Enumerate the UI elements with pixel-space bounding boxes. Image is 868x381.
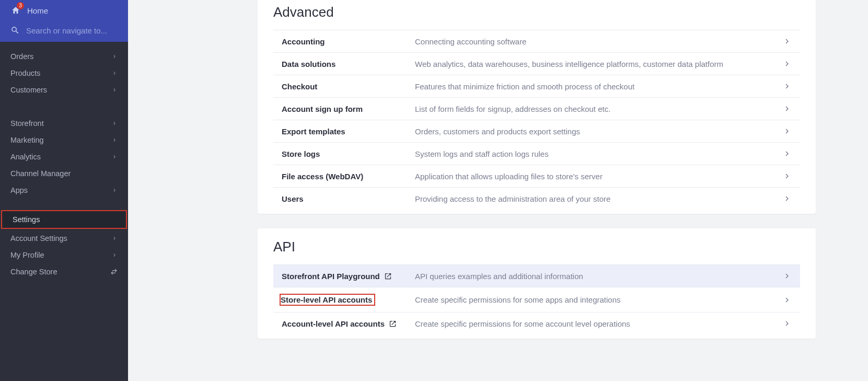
nav-home[interactable]: 3 Home [0,1,128,20]
settings-row-desc: Create specific permissions for some acc… [415,319,782,328]
home-icon: 3 [10,5,21,16]
settings-row-desc: Create specific permissions for some app… [415,295,782,304]
external-link-icon [389,320,397,328]
nav-item-marketing[interactable]: Marketing [0,132,128,148]
settings-row-label: Checkout [282,82,415,91]
nav-item-label: My Profile [10,251,44,259]
chevron-right-icon [111,137,118,143]
settings-row-desc: List of form fields for signup, addresse… [415,105,782,113]
nav-item-label: Customers [10,86,47,94]
chevron-right-icon [111,235,118,241]
nav-item-label: Channel Manager [10,169,71,178]
nav-item-label: Storefront [10,119,44,128]
nav-item-change-store[interactable]: Change Store [0,263,128,280]
nav-item-label: Account Settings [10,234,67,243]
nav-settings-label: Settings [13,215,40,224]
nav-item-orders[interactable]: Orders [0,48,128,65]
settings-row-label: Account-level API accounts [282,319,415,328]
external-link-icon [384,272,392,280]
nav-home-label: Home [27,6,48,15]
chevron-right-icon [782,82,792,91]
settings-row-label: Storefront API Playground [282,272,415,281]
settings-row-desc: Orders, customers and products export se… [415,127,782,136]
chevron-right-icon [782,149,792,158]
settings-row-label: Data solutions [282,60,415,68]
chevron-right-icon [111,154,118,160]
main-content: AdvancedAccountingConnecting accounting … [128,0,868,381]
settings-row-label: Users [282,194,415,203]
nav-item-analytics[interactable]: Analytics [0,148,128,165]
settings-section-advanced: AdvancedAccountingConnecting accounting … [258,0,816,214]
settings-row-data-solutions[interactable]: Data solutionsWeb analytics, data wareho… [273,52,800,75]
chevron-right-icon [782,126,792,136]
settings-row-desc: Application that allows uploading files … [415,172,782,181]
nav-item-account-settings[interactable]: Account Settings [0,230,128,247]
chevron-right-icon [111,187,118,193]
settings-section-api: APIStorefront API PlaygroundAPI queries … [258,228,816,339]
search-icon [10,25,20,36]
sidebar-header: 3 Home [0,0,128,42]
settings-row-label: Store-level API accounts [282,294,415,306]
chevron-right-icon [111,87,118,93]
settings-row-desc: Connecting accounting software [415,37,782,46]
settings-row-checkout[interactable]: CheckoutFeatures that minimize friction … [273,75,800,97]
settings-row-accounting[interactable]: AccountingConnecting accounting software [273,30,800,52]
chevron-right-icon [111,252,118,258]
nav-group-channels: StorefrontMarketingAnalyticsChannel Mana… [0,109,128,199]
settings-row-account-level-api-accounts[interactable]: Account-level API accountsCreate specifi… [273,312,800,334]
nav-item-apps[interactable]: Apps [0,182,128,199]
settings-row-storefront-api-playground[interactable]: Storefront API PlaygroundAPI queries exa… [273,264,800,287]
chevron-right-icon [782,59,792,68]
settings-row-desc: Features that minimize friction and smoo… [415,82,782,91]
notification-badge: 3 [17,2,24,9]
section-heading: API [273,239,800,255]
chevron-right-icon [782,319,792,328]
nav-group-commerce: OrdersProductsCustomers [0,42,128,98]
chevron-right-icon [111,70,118,76]
nav-item-customers[interactable]: Customers [0,82,128,98]
nav-item-storefront[interactable]: Storefront [0,115,128,132]
settings-row-label: File access (WebDAV) [282,172,415,181]
chevron-right-icon [782,295,792,305]
settings-row-desc: Web analytics, data warehouses, business… [415,60,782,68]
nav-item-label: Products [10,69,40,77]
section-heading: Advanced [273,4,800,20]
nav-item-label: Marketing [10,136,44,144]
sidebar: 3 Home OrdersProductsCustomers Storefron… [0,0,128,381]
chevron-right-icon [111,120,118,126]
chevron-right-icon [782,171,792,181]
nav-settings[interactable]: Settings [1,210,127,229]
settings-row-label: Export templates [282,127,415,136]
settings-row-store-level-api-accounts[interactable]: Store-level API accountsCreate specific … [273,287,800,312]
search-input[interactable] [26,26,125,35]
nav-item-label: Change Store [10,268,57,276]
settings-row-label: Accounting [282,37,415,46]
swap-icon [110,268,118,275]
chevron-right-icon [111,53,118,60]
nav-group-account: Account SettingsMy ProfileChange Store [0,230,128,280]
settings-row-label: Account sign up form [282,105,415,113]
settings-row-desc: API queries examples and additional info… [415,272,782,281]
chevron-right-icon [782,194,792,203]
settings-row-desc: Providing access to the administration a… [415,194,782,203]
chevron-right-icon [782,271,792,281]
chevron-right-icon [782,104,792,113]
nav-item-label: Apps [10,186,28,194]
settings-row-label: Store logs [282,149,415,158]
nav-item-products[interactable]: Products [0,65,128,82]
settings-row-users[interactable]: UsersProviding access to the administrat… [273,187,800,210]
settings-row-desc: System logs and staff action logs rules [415,149,782,158]
settings-row-account-sign-up-form[interactable]: Account sign up formList of form fields … [273,97,800,120]
search-wrap [0,20,128,42]
nav-item-channel-manager[interactable]: Channel Manager [0,165,128,182]
settings-row-file-access-webdav-[interactable]: File access (WebDAV)Application that all… [273,165,800,187]
nav-item-label: Orders [10,52,33,61]
settings-row-store-logs[interactable]: Store logsSystem logs and staff action l… [273,142,800,165]
settings-row-export-templates[interactable]: Export templatesOrders, customers and pr… [273,120,800,142]
nav-item-label: Analytics [10,153,41,161]
nav-item-my-profile[interactable]: My Profile [0,247,128,263]
chevron-right-icon [782,37,792,46]
